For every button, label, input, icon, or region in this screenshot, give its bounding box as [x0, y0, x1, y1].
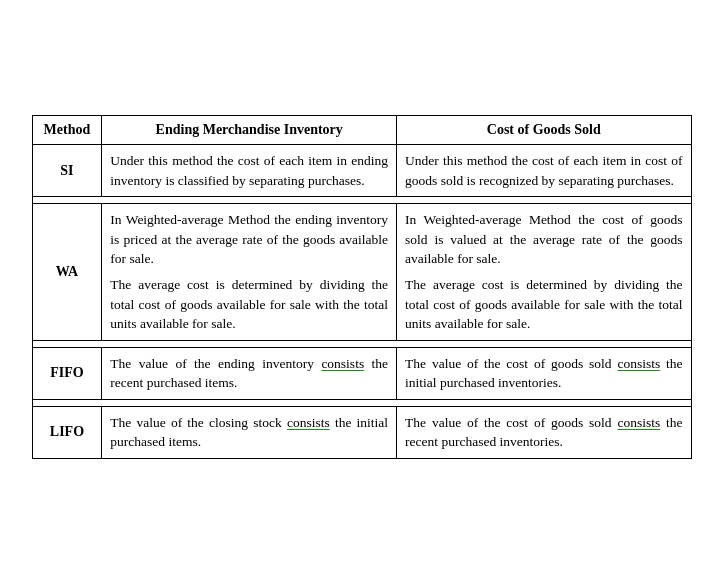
wa-cost-text-1: In Weighted-average Method the cost of g…	[405, 210, 682, 269]
table-row-fifo: FIFO The value of the ending inventory c…	[32, 347, 691, 399]
table-row-si: SI Under this method the cost of each it…	[32, 145, 691, 197]
wa-ending-text-1: In Weighted-average Method the ending in…	[110, 210, 388, 269]
header-method: Method	[32, 116, 102, 145]
table-wrapper: Method Ending Merchandise Inventory Cost…	[12, 95, 712, 479]
inventory-methods-table: Method Ending Merchandise Inventory Cost…	[32, 115, 692, 459]
fifo-cost-text: The value of the cost of goods sold cons…	[405, 354, 682, 393]
fifo-cost-consists: consists	[617, 356, 660, 371]
ending-wa: In Weighted-average Method the ending in…	[102, 204, 397, 340]
spacer-row-2	[32, 340, 691, 347]
cost-fifo: The value of the cost of goods sold cons…	[397, 347, 691, 399]
spacer-row-1	[32, 197, 691, 204]
spacer-row-3	[32, 399, 691, 406]
header-ending: Ending Merchandise Inventory	[102, 116, 397, 145]
table-row-wa: WA In Weighted-average Method the ending…	[32, 204, 691, 340]
si-cost-text: Under this method the cost of each item …	[405, 151, 682, 190]
lifo-ending-text: The value of the closing stock consists …	[110, 413, 388, 452]
method-fifo: FIFO	[32, 347, 102, 399]
fifo-ending-text: The value of the ending inventory consis…	[110, 354, 388, 393]
header-cost: Cost of Goods Sold	[397, 116, 691, 145]
ending-si: Under this method the cost of each item …	[102, 145, 397, 197]
si-ending-text: Under this method the cost of each item …	[110, 151, 388, 190]
method-lifo: LIFO	[32, 406, 102, 458]
lifo-cost-consists: consists	[617, 415, 660, 430]
method-si: SI	[32, 145, 102, 197]
lifo-cost-text: The value of the cost of goods sold cons…	[405, 413, 682, 452]
ending-lifo: The value of the closing stock consists …	[102, 406, 397, 458]
cost-wa: In Weighted-average Method the cost of g…	[397, 204, 691, 340]
cost-si: Under this method the cost of each item …	[397, 145, 691, 197]
method-wa: WA	[32, 204, 102, 340]
wa-cost-text-2: The average cost is determined by dividi…	[405, 275, 682, 334]
cost-lifo: The value of the cost of goods sold cons…	[397, 406, 691, 458]
lifo-ending-consists: consists	[287, 415, 330, 430]
wa-ending-text-2: The average cost is determined by dividi…	[110, 275, 388, 334]
table-row-lifo: LIFO The value of the closing stock cons…	[32, 406, 691, 458]
ending-fifo: The value of the ending inventory consis…	[102, 347, 397, 399]
fifo-ending-consists: consists	[321, 356, 364, 371]
